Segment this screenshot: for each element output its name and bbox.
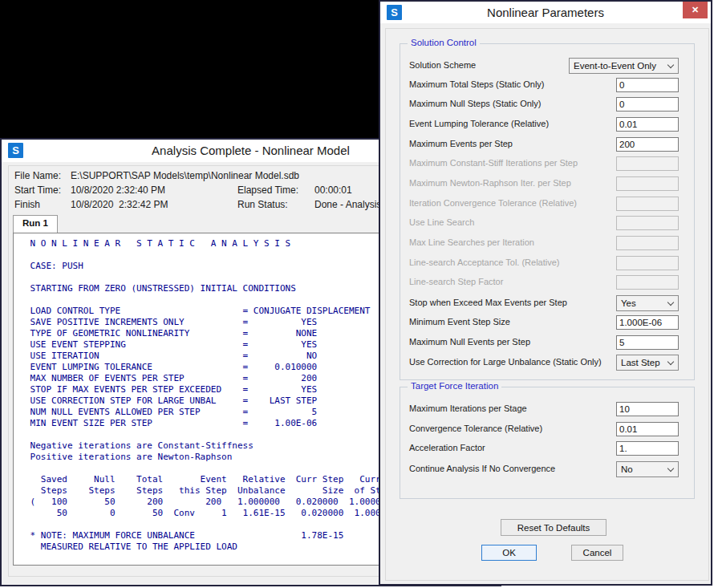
close-button[interactable]: ✕ <box>683 2 708 18</box>
continue-analysis-select[interactable]: No <box>616 461 679 477</box>
tab-run-1[interactable]: Run 1 <box>13 215 58 233</box>
chevron-down-icon <box>667 298 674 305</box>
max-iterations-per-stage-input[interactable] <box>616 402 679 416</box>
max-events-per-step-input[interactable] <box>616 137 679 152</box>
iteration-convergence-tolerance-label: Iteration Convergence Tolerance (Relativ… <box>409 198 577 208</box>
finish-time-label: Finish <box>14 199 40 210</box>
nonlinear-parameters-dialog: S Nonlinear Parameters ✕ Solution Contro… <box>379 0 712 586</box>
max-events-per-step-label: Maximum Events per Step <box>409 139 513 148</box>
use-line-search-label: Use Line Search <box>409 217 474 227</box>
min-event-step-size-input[interactable] <box>616 315 679 330</box>
max-line-searches-input <box>616 236 679 250</box>
max-newton-raphson-iterations-input <box>616 176 679 191</box>
solution-control-group: Solution Control <box>400 43 695 380</box>
max-total-steps-label: Maximum Total Steps (Static Only) <box>409 79 545 89</box>
reset-to-defaults-button[interactable]: Reset To Defaults <box>501 519 606 536</box>
target-force-iteration-group-label: Target Force Iteration <box>408 381 501 391</box>
right-dialog-titlebar[interactable]: S Nonlinear Parameters ✕ <box>380 2 711 23</box>
convergence-tolerance-label: Convergence Tolerance (Relative) <box>409 424 542 433</box>
solution-scheme-value: Event-to-Event Only <box>574 61 656 71</box>
max-constant-stiff-iterations-input <box>616 156 679 171</box>
start-time-label: Start Time: <box>14 185 61 196</box>
line-search-step-factor-input <box>616 275 679 290</box>
elapsed-time-label: Elapsed Time: <box>237 185 298 196</box>
use-correction-value: Last Step <box>621 358 660 367</box>
screen: S Analysis Complete - Nonlinear Model Fi… <box>0 0 714 588</box>
use-line-search-input <box>616 216 679 230</box>
max-line-searches-label: Max Line Searches per Iteration <box>409 237 534 247</box>
right-dialog-title: Nonlinear Parameters <box>380 6 711 19</box>
max-null-steps-input[interactable] <box>616 97 679 112</box>
acceleration-factor-input[interactable] <box>616 441 679 456</box>
stop-when-exceed-value: Yes <box>621 298 636 308</box>
event-lumping-tolerance-label: Event Lumping Tolerance (Relative) <box>409 119 549 128</box>
use-correction-select[interactable]: Last Step <box>616 355 679 371</box>
cancel-button[interactable]: Cancel <box>571 545 623 561</box>
elapsed-time-value: 00:00:01 <box>314 185 352 196</box>
solution-scheme-select[interactable]: Event-to-Event Only <box>569 58 679 74</box>
chevron-down-icon <box>667 464 674 471</box>
run-status-label: Run Status: <box>237 199 288 210</box>
line-search-acceptance-tol-input <box>616 256 679 270</box>
solution-control-group-label: Solution Control <box>408 38 480 47</box>
max-constant-stiff-iterations-label: Maximum Constant-Stiff Iterations per St… <box>409 158 578 168</box>
min-event-step-size-label: Minimum Event Step Size <box>409 317 510 326</box>
chevron-down-icon <box>667 61 674 67</box>
finish-time-value: 10/8/2020 2:32:42 PM <box>71 199 168 210</box>
start-time-value: 10/8/2020 2:32:40 PM <box>71 185 165 196</box>
file-name-value: E:\SUPPORT\SAP Models\temp\Nonlinear Mod… <box>71 170 299 181</box>
stop-when-exceed-label: Stop when Exceed Max Events per Step <box>409 298 567 307</box>
continue-analysis-label: Continue Analysis If No Convergence <box>409 464 555 473</box>
event-lumping-tolerance-input[interactable] <box>616 117 679 132</box>
line-search-acceptance-tol-label: Line-search Acceptance Tol. (Relative) <box>409 258 560 267</box>
file-name-label: File Name: <box>14 170 61 181</box>
max-null-steps-label: Maximum Null Steps (Static Only) <box>409 99 541 108</box>
continue-analysis-value: No <box>621 464 633 474</box>
use-correction-label: Use Correction for Large Unbalance (Stat… <box>409 357 602 367</box>
max-iterations-per-stage-label: Maximum Iterations per Stage <box>409 403 527 413</box>
close-icon: ✕ <box>692 5 699 15</box>
iteration-convergence-tolerance-input <box>616 197 679 211</box>
max-total-steps-input[interactable] <box>616 78 679 92</box>
acceleration-factor-label: Acceleration Factor <box>409 443 485 452</box>
max-null-events-per-step-input[interactable] <box>616 335 679 350</box>
chevron-down-icon <box>667 358 674 364</box>
ok-button[interactable]: OK <box>481 545 537 561</box>
max-newton-raphson-iterations-label: Maximum Newton-Raphson Iter. per Step <box>409 178 571 188</box>
line-search-step-factor-label: Line-search Step Factor <box>409 277 503 286</box>
max-null-events-per-step-label: Maximum Null Events per Step <box>409 337 530 347</box>
stop-when-exceed-select[interactable]: Yes <box>616 295 679 311</box>
convergence-tolerance-input[interactable] <box>616 422 679 436</box>
app-background <box>0 0 380 140</box>
solution-scheme-label: Solution Scheme <box>409 60 476 70</box>
